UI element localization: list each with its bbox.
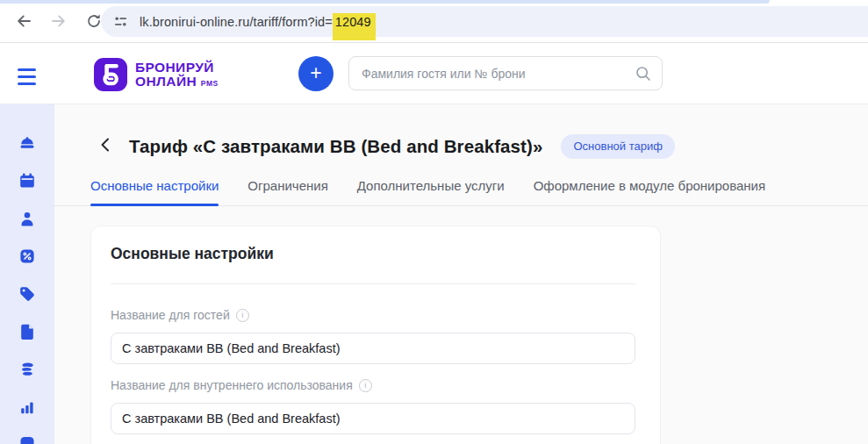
address-bar[interactable]: lk.bronirui-online.ru/tariff/form?id=120… xyxy=(101,6,868,37)
sidebar-user-icon[interactable] xyxy=(18,209,37,228)
back-button[interactable] xyxy=(11,9,37,35)
add-button-label: + xyxy=(310,63,321,83)
tab-extra-services[interactable]: Дополнительные услуги xyxy=(357,178,505,205)
page-title: Тариф «С завтраками BB (Bed and Breakfas… xyxy=(129,136,542,157)
app-window: lk.bronirui-online.ru/tariff/form?id=120… xyxy=(0,0,868,444)
site-settings-icon[interactable] xyxy=(113,14,128,29)
reload-icon xyxy=(85,12,103,32)
section-title: Основные настройки xyxy=(111,245,274,263)
sidebar-chart-icon[interactable] xyxy=(18,397,37,417)
sidebar-bell-icon[interactable] xyxy=(18,133,37,153)
logo-text: БРОНИРУЙ ОНЛАЙН PMS xyxy=(135,61,219,90)
page-head: Тариф «С завтраками BB (Bed and Breakfas… xyxy=(95,133,675,159)
browser-toolbar: lk.bronirui-online.ru/tariff/form?id=120… xyxy=(0,0,868,43)
sidebar-tag-icon[interactable] xyxy=(18,284,37,304)
url-highlighted-id: 12049 xyxy=(333,13,376,40)
tab-main-settings[interactable]: Основные настройки xyxy=(90,178,219,205)
hamburger-menu-icon[interactable] xyxy=(18,68,36,86)
guest-name-input[interactable] xyxy=(111,333,635,364)
guest-search xyxy=(348,56,663,90)
add-button[interactable]: + xyxy=(298,56,334,91)
forward-arrow-icon xyxy=(50,12,68,32)
internal-name-label-text: Название для внутреннего использования xyxy=(111,378,353,392)
sidebar-partial-icon[interactable] xyxy=(18,435,37,444)
sidebar-document-icon[interactable] xyxy=(18,322,37,341)
chevron-left-icon xyxy=(97,135,114,157)
back-arrow-icon xyxy=(15,12,32,32)
forward-button[interactable] xyxy=(46,9,72,35)
sidebar-coins-icon[interactable] xyxy=(18,360,37,379)
app-logo[interactable]: БРОНИРУЙ ОНЛАЙН PMS xyxy=(94,58,219,91)
logo-suffix: PMS xyxy=(201,79,219,88)
info-icon[interactable]: i xyxy=(236,309,249,322)
back-chevron-button[interactable] xyxy=(95,133,116,159)
logo-line2: ОНЛАЙН xyxy=(135,74,197,89)
browser-tab-edge xyxy=(0,0,770,4)
tab-restrictions[interactable]: Ограничения xyxy=(247,178,327,205)
guest-name-label: Название для гостей i xyxy=(111,308,249,322)
app-header: БРОНИРУЙ ОНЛАЙН PMS + xyxy=(0,43,868,104)
sidebar xyxy=(0,104,54,444)
logo-line1: БРОНИРУЙ xyxy=(135,61,219,75)
tariff-type-badge: Основной тариф xyxy=(561,134,674,159)
search-icon xyxy=(635,65,651,85)
url-prefix: lk.bronirui-online.ru/tariff/form?id= xyxy=(140,15,333,29)
tab-booking-module-appearance[interactable]: Оформление в модуле бронирования xyxy=(534,178,765,205)
sidebar-calendar-icon[interactable] xyxy=(18,171,37,190)
info-icon[interactable]: i xyxy=(359,379,372,392)
logo-mark-icon xyxy=(94,58,127,91)
internal-name-label: Название для внутреннего использования i xyxy=(111,378,372,392)
url-text: lk.bronirui-online.ru/tariff/form?id=120… xyxy=(140,15,376,29)
tab-bar: Основные настройки Ограничения Дополните… xyxy=(54,178,868,206)
internal-name-input[interactable] xyxy=(111,403,635,434)
settings-card: Основные настройки Название для гостей i… xyxy=(90,226,661,444)
main-content: Тариф «С завтраками BB (Bed and Breakfas… xyxy=(54,104,868,444)
search-input[interactable] xyxy=(348,56,663,90)
guest-name-label-text: Название для гостей xyxy=(111,308,230,322)
browser-nav xyxy=(11,4,107,39)
sidebar-discount-icon[interactable] xyxy=(18,247,37,266)
divider xyxy=(111,283,635,284)
